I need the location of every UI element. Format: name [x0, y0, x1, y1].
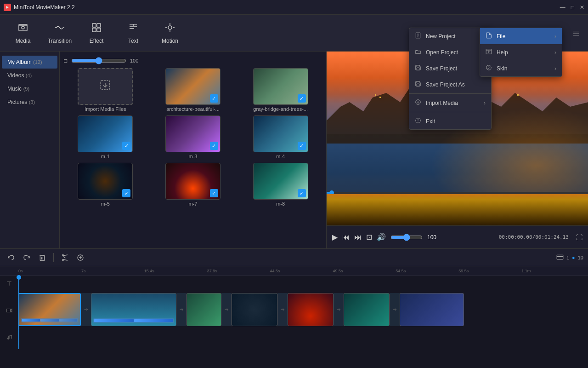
timeline-clip-2[interactable] [91, 293, 176, 326]
sidebar-item-music[interactable]: Music (9) [2, 82, 57, 95]
transition-1[interactable] [81, 293, 91, 326]
transition-2[interactable] [176, 293, 187, 326]
import-icon [99, 79, 111, 94]
toolbar-transition-button[interactable]: Transition [41, 17, 78, 49]
timeline-ruler: 0s 7s 15.4s 37.9s 44.5s 49.5s 54.5s 59.5… [0, 266, 588, 276]
cm-save-project[interactable]: Save Project [409, 60, 491, 76]
cm-skin[interactable]: Skin › [480, 60, 562, 76]
crop-button[interactable]: ⊡ [366, 233, 372, 242]
cm-exit[interactable]: Exit [409, 113, 491, 129]
transition-6[interactable] [390, 293, 400, 326]
media-size-slider[interactable] [71, 57, 126, 64]
media-item-arch[interactable]: ✓ architecture-beautiful-... [151, 68, 235, 112]
media-item-m8[interactable]: ✓ m-8 [238, 163, 322, 207]
media-label-m3: m-3 [189, 154, 198, 159]
toolbar-effect-button[interactable]: Effect [78, 17, 115, 49]
sidebar-item-myalbum[interactable]: My Album (12) [2, 56, 57, 69]
redo-button[interactable] [20, 251, 33, 264]
toolbar-media-button[interactable]: Media [5, 17, 41, 49]
sidebar-item-pictures[interactable]: Pictures (8) [2, 96, 57, 109]
ruler-49s: 49.5s [333, 269, 396, 273]
ruler-7s: 7s [81, 269, 144, 273]
slider-value: 100 [130, 58, 138, 63]
sidebar-item-videos[interactable]: Videos (4) [2, 69, 57, 82]
minimize-button[interactable]: — [560, 4, 565, 11]
cm-save-project-as[interactable]: Save Project As [409, 76, 491, 92]
timeline-clip-5[interactable] [288, 293, 334, 326]
cm-new-project[interactable]: New Project [409, 28, 491, 44]
app-title: MiniTool MovieMaker 2.2 [14, 4, 75, 11]
ruler-1m: 1.1m [521, 269, 584, 273]
timeline-info: 1 ● 10 [556, 253, 583, 262]
svg-rect-8 [97, 28, 101, 32]
help-label: Help [497, 49, 508, 56]
timeline-clip-4[interactable] [232, 293, 277, 326]
volume-icon: 🔊 [377, 233, 386, 242]
new-project-label: New Project [426, 33, 456, 40]
skin-icon [486, 64, 493, 72]
file-icon [486, 32, 493, 40]
cut-button[interactable] [58, 251, 71, 264]
media-item-m1[interactable]: ✓ m-1 [63, 115, 147, 159]
step-back-button[interactable]: ⏮ [342, 233, 350, 242]
cm-file[interactable]: File › [480, 28, 562, 44]
check-badge-m3: ✓ [210, 142, 218, 150]
import-media-box[interactable] [78, 68, 133, 105]
time-display: 00:00:00.00/00:01:24.13 [499, 234, 569, 240]
svg-rect-28 [327, 192, 588, 194]
sidebar: My Album (12) Videos (4) Music (9) Pictu… [0, 52, 60, 248]
skin-arrow: › [554, 65, 556, 72]
timeline-clip-3[interactable] [187, 293, 221, 326]
media-item-bridge[interactable]: ✓ gray-bridge-and-trees-... [238, 68, 322, 112]
cm-help[interactable]: Help › [480, 44, 562, 60]
connect-button[interactable] [74, 251, 87, 264]
menu-button[interactable] [569, 26, 583, 40]
playhead[interactable] [18, 276, 19, 349]
volume-slider[interactable] [390, 234, 423, 241]
media-thumb-m4: ✓ [253, 115, 308, 152]
media-item-m5[interactable]: ✓ m-5 [63, 163, 147, 207]
transition-3[interactable] [221, 293, 232, 326]
play-button[interactable]: ▶ [332, 233, 338, 242]
ruler-15s: 15.4s [144, 269, 207, 273]
svg-rect-6 [97, 23, 101, 27]
cm-import-media[interactable]: Import Media › [409, 95, 491, 111]
delete-button[interactable] [36, 251, 49, 264]
media-item-m4[interactable]: ✓ m-4 [238, 115, 322, 159]
transition-4[interactable] [277, 293, 288, 326]
timeline-clip-7[interactable] [400, 293, 464, 326]
toolbar-motion-button[interactable]: Motion [152, 17, 188, 49]
open-project-icon [415, 48, 422, 56]
timeline-clip-1[interactable] [18, 293, 81, 326]
close-button[interactable]: ✕ [580, 4, 584, 11]
media-item-m7[interactable]: ✓ m-7 [151, 163, 235, 207]
cm-open-project[interactable]: Open Project [409, 44, 491, 60]
check-badge-m5: ✓ [122, 189, 130, 197]
toolbar-motion-label: Motion [162, 38, 178, 44]
timeline-tracks [0, 276, 588, 349]
fullscreen-button[interactable]: ⛶ [576, 234, 582, 241]
media-item-m3[interactable]: ✓ m-3 [151, 115, 235, 159]
svg-rect-45 [416, 33, 420, 38]
help-icon [486, 48, 493, 56]
clip-2-audio [93, 318, 174, 323]
app-icon: ▶ [4, 4, 11, 11]
slider-min-label: ⊟ [63, 58, 68, 64]
maximize-button[interactable]: □ [571, 4, 574, 11]
toolbar-text-button[interactable]: Text [115, 17, 152, 49]
step-forward-button[interactable]: ⏭ [354, 233, 362, 242]
clip-1-audio [21, 318, 78, 322]
pictures-count: (8) [29, 99, 35, 105]
transition-5[interactable] [334, 293, 344, 326]
import-media-arrow: › [484, 100, 486, 106]
video-track-row [0, 292, 588, 329]
svg-line-38 [63, 256, 65, 258]
media-icon [17, 22, 28, 36]
import-media-item[interactable]: Import Media Files [63, 68, 147, 112]
timeline-content[interactable]: 0s 7s 15.4s 37.9s 44.5s 49.5s 54.5s 59.5… [0, 266, 588, 368]
file-arrow: › [554, 33, 556, 40]
undo-button[interactable] [5, 251, 17, 264]
svg-point-58 [488, 51, 489, 52]
svg-rect-50 [417, 68, 419, 70]
timeline-clip-6[interactable] [344, 293, 390, 326]
